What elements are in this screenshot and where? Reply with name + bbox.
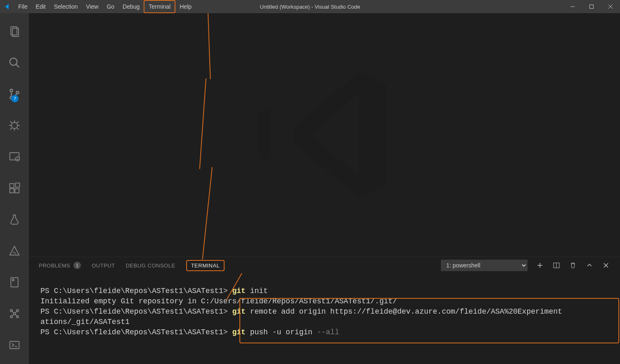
azure-icon[interactable] <box>5 241 24 261</box>
kill-terminal-icon[interactable] <box>569 261 577 269</box>
bottom-panel: PROBLEMS 1 OUTPUT DEBUG CONSOLE TERMINAL… <box>29 257 620 364</box>
debug-icon[interactable] <box>5 116 24 135</box>
window-controls <box>563 0 620 13</box>
svg-point-20 <box>17 316 19 318</box>
vscode-logo-icon <box>0 3 14 10</box>
menu-edit[interactable]: Edit <box>32 0 50 13</box>
svg-point-5 <box>10 89 12 92</box>
tab-debug-console[interactable]: DEBUG CONSOLE <box>126 260 175 271</box>
tab-terminal[interactable]: TERMINAL <box>186 260 225 271</box>
maximize-panel-icon[interactable] <box>585 261 594 269</box>
problems-count: 1 <box>73 262 81 269</box>
menu-go[interactable]: Go <box>102 0 118 13</box>
tab-output[interactable]: OUTPUT <box>92 260 115 271</box>
term-line-4: ations/_git/ASATest1 <box>40 318 130 326</box>
menu-view[interactable]: View <box>82 0 102 13</box>
close-panel-icon[interactable] <box>602 261 610 269</box>
remote-explorer-icon[interactable] <box>5 147 24 167</box>
maximize-button[interactable] <box>582 0 601 13</box>
split-terminal-icon[interactable] <box>552 261 561 269</box>
term-line-1-rest: init <box>246 287 268 295</box>
graph-icon[interactable] <box>5 304 24 324</box>
source-control-icon[interactable]: 7 <box>5 84 24 104</box>
vscode-watermark-icon <box>246 57 403 213</box>
term-line-3-prompt: PS C:\Users\fleide\Repos\ASTest1\ASATest… <box>40 307 232 316</box>
term-line-2: Initialized empty Git repository in C:/U… <box>40 297 397 305</box>
svg-rect-15 <box>11 278 18 287</box>
term-line-1-git: git <box>232 287 245 295</box>
titlebar: File Edit Selection View Go Debug Termin… <box>0 0 620 13</box>
menu-selection[interactable]: Selection <box>50 0 82 13</box>
term-line-3-git: git <box>232 307 245 316</box>
panel-tabs: PROBLEMS 1 OUTPUT DEBUG CONSOLE TERMINAL… <box>29 257 620 274</box>
terminal-selector[interactable]: 1: powershell <box>441 260 528 271</box>
svg-point-18 <box>17 310 19 312</box>
activity-bar: 7 <box>0 13 29 364</box>
scm-badge: 7 <box>11 95 19 102</box>
menubar: File Edit Selection View Go Debug Termin… <box>14 0 196 13</box>
term-line-5-rest: push -u origin <box>246 328 317 336</box>
menu-debug[interactable]: Debug <box>118 0 144 13</box>
window-title: Untitled (Workspace) - Visual Studio Cod… <box>260 4 360 10</box>
new-terminal-icon[interactable] <box>536 261 544 269</box>
tab-problems-label: PROBLEMS <box>39 262 70 269</box>
menu-terminal[interactable]: Terminal <box>144 0 175 13</box>
explorer-icon[interactable] <box>5 21 24 41</box>
svg-point-17 <box>10 310 12 312</box>
menu-file[interactable]: File <box>14 0 32 13</box>
tablet-icon[interactable] <box>5 272 24 292</box>
svg-rect-14 <box>16 183 20 187</box>
minimize-button[interactable] <box>563 0 582 13</box>
close-button[interactable] <box>601 0 620 13</box>
svg-point-19 <box>10 316 12 318</box>
term-line-5-gray: --all <box>317 328 339 336</box>
svg-rect-13 <box>15 189 19 193</box>
svg-point-8 <box>12 123 18 129</box>
svg-rect-12 <box>10 189 14 193</box>
svg-point-21 <box>14 313 16 315</box>
test-icon[interactable] <box>5 210 24 229</box>
terminal-output[interactable]: PS C:\Users\fleide\Repos\ASTest1\ASATest… <box>29 274 620 338</box>
extensions-icon[interactable] <box>5 178 24 198</box>
term-line-5-git: git <box>232 328 245 336</box>
term-line-3-rest: remote add origin https://fleide@dev.azu… <box>246 307 562 316</box>
svg-rect-16 <box>12 279 14 281</box>
svg-rect-11 <box>10 184 14 188</box>
svg-rect-0 <box>570 7 575 7</box>
term-line-5-prompt: PS C:\Users\fleide\Repos\ASTest1\ASATest… <box>40 328 232 336</box>
editor-area <box>29 13 620 257</box>
panel-toolbar: 1: powershell <box>441 260 610 271</box>
menu-help[interactable]: Help <box>175 0 196 13</box>
tab-problems[interactable]: PROBLEMS 1 <box>39 259 81 272</box>
svg-rect-1 <box>590 5 594 9</box>
powershell-icon[interactable] <box>5 335 24 355</box>
svg-point-7 <box>16 91 19 94</box>
svg-point-4 <box>10 58 17 66</box>
search-icon[interactable] <box>5 53 24 73</box>
term-line-1-prompt: PS C:\Users\fleide\Repos\ASTest1\ASATest… <box>40 287 232 295</box>
